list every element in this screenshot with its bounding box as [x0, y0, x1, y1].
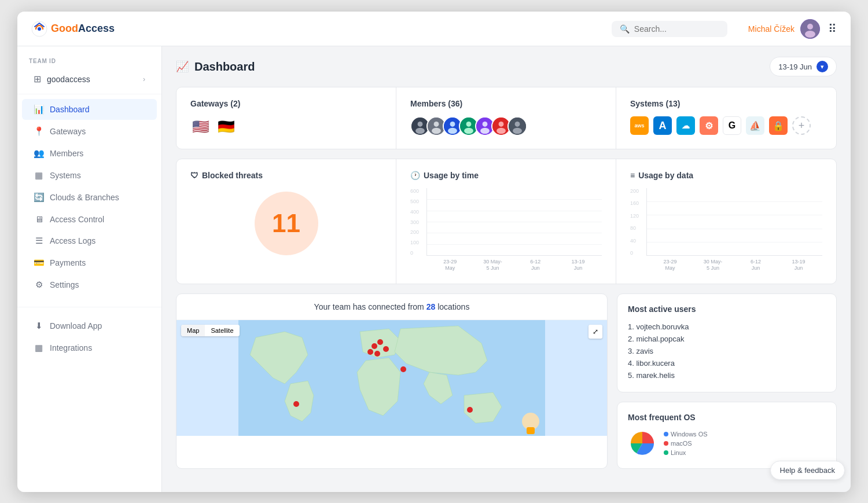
usage-by-data-section: ≡ Usage by data 0 40 80 120 160 200 — [616, 159, 836, 284]
gateways-card: Gateways (2) 🇺🇸 🇩🇪 — [176, 87, 396, 149]
active-user: 5. marek.helis — [628, 369, 826, 381]
sidebar-bottom: ⬇ Download App ▦ Integrations — [17, 307, 161, 358]
team-name: goodaccess — [47, 75, 137, 84]
svg-point-1 — [38, 27, 41, 31]
svg-rect-36 — [527, 427, 535, 434]
search-bar[interactable]: 🔍 — [612, 21, 727, 37]
sidebar-item-label: Dashboard — [50, 105, 90, 114]
sidebar-item-label: Gateways — [50, 127, 86, 136]
os-pie-chart: Windows OS macOS Linux — [628, 429, 826, 458]
sidebar-item-access-control[interactable]: 🖥 Access Control — [22, 209, 157, 229]
svg-point-9 — [434, 122, 439, 127]
access-control-icon: 🖥 — [34, 214, 44, 224]
search-icon: 🔍 — [620, 24, 630, 34]
page-title: Dashboard — [194, 60, 255, 74]
bar-label: 6-12Jun — [517, 259, 555, 272]
legend-item: macOS — [664, 440, 708, 447]
team-chevron-icon: › — [143, 75, 145, 83]
sidebar-item-label: Systems — [50, 171, 81, 180]
content-area: 📈 Dashboard 13-19 Jun ▾ Gateways (2) 🇺🇸 … — [162, 46, 851, 492]
add-system-button[interactable]: + — [792, 116, 811, 135]
gateways-icon: 📍 — [34, 126, 44, 137]
svg-point-29 — [383, 346, 389, 352]
sidebar-item-label: Members — [50, 149, 83, 158]
help-feedback-button[interactable]: Help & feedback — [770, 461, 845, 480]
satellite-button[interactable]: Satellite — [205, 325, 239, 336]
dashboard-title-row: 📈 Dashboard — [176, 60, 255, 74]
svg-point-15 — [466, 122, 472, 127]
threats-circle: 11 — [255, 192, 318, 255]
systems-icons: aws A ☁ ⚙ G ⛵ 🔒 + — [630, 116, 822, 135]
sidebar-item-label: Download App — [50, 321, 102, 331]
svg-point-33 — [467, 407, 473, 413]
members-icon: 👥 — [34, 148, 44, 159]
map-container: Map Satellite ⤢ — [176, 320, 607, 436]
map-button[interactable]: Map — [181, 325, 205, 336]
search-input[interactable] — [634, 24, 719, 34]
bar-label: 13-19Jun — [559, 259, 597, 272]
members-card: Members (36) — [396, 87, 616, 149]
svg-point-13 — [448, 128, 457, 134]
sidebar-item-gateways[interactable]: 📍 Gateways — [22, 121, 157, 142]
sidebar-item-systems[interactable]: ▦ Systems — [22, 165, 157, 186]
sidebar-item-dashboard[interactable]: 📊 Dashboard — [22, 99, 157, 120]
user-avatar[interactable] — [800, 19, 820, 39]
user-name[interactable]: Michal Čížek — [748, 24, 795, 34]
date-range-chevron-icon: ▾ — [816, 61, 828, 72]
salesforce-icon: ☁ — [676, 116, 695, 135]
active-user: 1. vojtech.boruvka — [628, 321, 826, 333]
locations-count: 28 — [426, 302, 436, 311]
svg-point-3 — [807, 24, 813, 30]
sidebar-nav: 📊 Dashboard 📍 Gateways 👥 Members ▦ Syste… — [17, 99, 161, 295]
threats-icon: 🛡 — [190, 171, 198, 180]
sidebar-item-clouds[interactable]: 🔄 Clouds & Branches — [22, 187, 157, 208]
active-user: 2. michal.popcak — [628, 333, 826, 345]
charts-row: 🛡 Blocked threats 11 🕐 Usage by time — [176, 159, 837, 284]
svg-point-4 — [805, 31, 815, 38]
logo[interactable]: GoodAccess — [31, 21, 115, 37]
world-map — [176, 320, 607, 436]
ship-icon: ⛵ — [746, 116, 764, 135]
download-icon: ⬇ — [34, 321, 44, 331]
systems-title: Systems (13) — [630, 99, 822, 108]
svg-point-10 — [432, 128, 441, 134]
sidebar-item-payments[interactable]: 💳 Payments — [22, 252, 157, 273]
sidebar-item-download[interactable]: ⬇ Download App — [22, 315, 157, 336]
user-area: Michal Čížek ⠿ — [748, 19, 837, 39]
grid-icon[interactable]: ⠿ — [828, 22, 837, 36]
members-title: Members (36) — [410, 99, 602, 108]
date-range-text: 13-19 Jun — [778, 63, 812, 71]
systems-card: Systems (13) aws A ☁ ⚙ G ⛵ 🔒 + — [616, 87, 836, 149]
map-expand-button[interactable]: ⤢ — [589, 325, 602, 339]
sidebar-item-label: Integrations — [50, 343, 92, 353]
logo-text: GoodAccess — [51, 23, 115, 35]
settings-icon: ⚙ — [34, 280, 44, 290]
stats-cards-row: Gateways (2) 🇺🇸 🇩🇪 Members (36) — [176, 87, 837, 149]
svg-point-12 — [450, 122, 455, 127]
svg-point-32 — [400, 366, 406, 372]
sidebar-item-members[interactable]: 👥 Members — [22, 143, 157, 164]
sidebar-item-access-logs[interactable]: ☰ Access Logs — [22, 230, 157, 251]
threats-number: 11 — [272, 209, 300, 238]
svg-point-7 — [415, 128, 425, 134]
team-icon: ⊞ — [34, 74, 41, 85]
bar-label: 23-29May — [651, 259, 689, 272]
sidebar-item-integrations[interactable]: ▦ Integrations — [22, 337, 157, 358]
systems-icon: ▦ — [34, 170, 44, 181]
svg-point-22 — [496, 128, 506, 134]
team-item[interactable]: ⊞ goodaccess › — [22, 69, 157, 89]
team-id-label: TEAM ID — [17, 58, 161, 64]
member-avatars — [410, 116, 602, 136]
svg-point-30 — [367, 349, 373, 355]
svg-point-24 — [515, 122, 520, 127]
date-range-button[interactable]: 13-19 Jun ▾ — [770, 57, 837, 76]
main-layout: TEAM ID ⊞ goodaccess › 📊 Dashboard 📍 Gat… — [17, 46, 851, 492]
legend-item: Linux — [664, 449, 708, 456]
svg-point-19 — [480, 128, 490, 134]
access-logs-icon: ☰ — [34, 236, 44, 246]
aws-icon: aws — [630, 116, 649, 135]
svg-point-18 — [483, 122, 488, 127]
dashboard-header: 📈 Dashboard 13-19 Jun ▾ — [162, 46, 851, 87]
sidebar-item-settings[interactable]: ⚙ Settings — [22, 274, 157, 295]
legend-item: Windows OS — [664, 431, 708, 438]
